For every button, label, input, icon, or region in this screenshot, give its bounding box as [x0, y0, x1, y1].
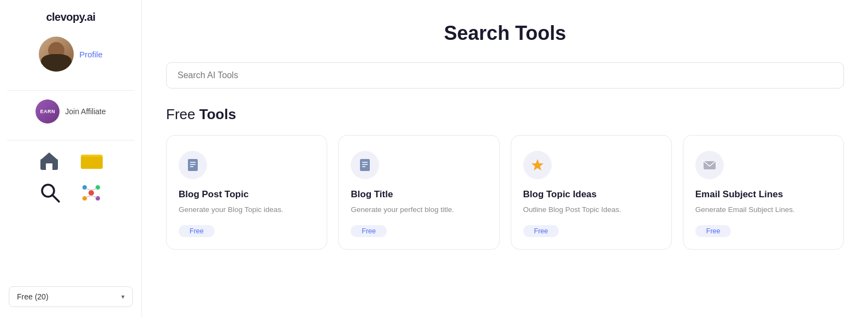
folder-icon — [80, 150, 104, 170]
svg-marker-24 — [532, 159, 544, 170]
free-badge: Free — [179, 225, 215, 237]
svg-rect-2 — [46, 163, 52, 170]
tool-card[interactable]: Blog Topic Ideas Outline Blog Post Topic… — [511, 135, 672, 250]
network-icon — [80, 182, 102, 204]
svg-line-15 — [91, 196, 97, 197]
free-badge: Free — [695, 225, 731, 237]
avatar — [39, 37, 74, 72]
tool-desc: Generate Email Subject Lines. — [695, 204, 831, 215]
page-title: Search Tools — [166, 22, 844, 45]
earn-badge: EARN — [36, 99, 60, 123]
svg-line-14 — [86, 196, 91, 197]
svg-line-12 — [86, 189, 91, 190]
main-content: Search Tools Free Tools Blog Post Topic … — [142, 0, 868, 318]
tool-icon — [523, 151, 552, 179]
nav-folder-button[interactable] — [80, 149, 104, 171]
svg-rect-16 — [188, 159, 198, 171]
tool-card[interactable]: Blog Title Generate your perfect blog ti… — [338, 135, 499, 250]
section-bold: Tools — [199, 106, 236, 122]
affiliate-label: Join Affiliate — [65, 107, 105, 116]
free-plan-selector[interactable]: Free (20) ▾ — [9, 286, 133, 307]
tool-card[interactable]: Email Subject Lines Generate Email Subje… — [683, 135, 844, 250]
tools-grid: Blog Post Topic Generate your Blog Topic… — [166, 135, 844, 250]
section-title: Free Tools — [166, 106, 844, 123]
tool-desc: Generate your Blog Topic ideas. — [179, 204, 315, 215]
tool-icon — [179, 151, 207, 179]
tool-name: Email Subject Lines — [695, 189, 831, 200]
free-badge: Free — [351, 225, 387, 237]
tool-name: Blog Post Topic — [179, 189, 315, 200]
tool-desc: Outline Blog Post Topic Ideas. — [523, 204, 659, 215]
sidebar-profile: Profile — [39, 37, 103, 72]
nav-network-button[interactable] — [80, 182, 102, 204]
tool-icon — [351, 151, 379, 179]
sidebar-divider — [7, 90, 134, 91]
free-badge: Free — [523, 225, 559, 237]
home-icon — [38, 149, 60, 171]
tool-icon — [695, 151, 724, 179]
affiliate-row[interactable]: EARN Join Affiliate — [36, 99, 105, 123]
tool-name: Blog Title — [351, 189, 487, 200]
sidebar-logo: clevopy.ai — [46, 11, 95, 23]
profile-link[interactable]: Profile — [79, 50, 103, 59]
tool-name: Blog Topic Ideas — [523, 189, 659, 200]
tool-card[interactable]: Blog Post Topic Generate your Blog Topic… — [166, 135, 327, 250]
search-icon — [40, 182, 61, 203]
svg-marker-1 — [40, 152, 58, 160]
sidebar-nav-icons — [38, 149, 104, 171]
svg-rect-4 — [81, 157, 103, 169]
search-input[interactable] — [166, 62, 844, 89]
sidebar-bottom: Free (20) ▾ — [0, 286, 141, 307]
nav-home-button[interactable] — [38, 149, 60, 171]
sidebar: clevopy.ai Profile EARN Join Affiliate — [0, 0, 142, 318]
svg-point-7 — [88, 190, 94, 196]
free-plan-label: Free (20) — [17, 292, 49, 301]
svg-line-6 — [52, 195, 59, 202]
section-prefix: Free — [166, 106, 199, 122]
avatar-torso — [41, 54, 72, 72]
sidebar-nav-icons-2 — [40, 182, 102, 204]
chevron-down-icon: ▾ — [121, 293, 125, 301]
nav-search-button[interactable] — [40, 182, 61, 204]
sidebar-divider-2 — [7, 140, 134, 140]
tool-desc: Generate your perfect blog title. — [351, 204, 487, 215]
svg-rect-20 — [360, 159, 370, 171]
svg-line-13 — [91, 189, 97, 190]
